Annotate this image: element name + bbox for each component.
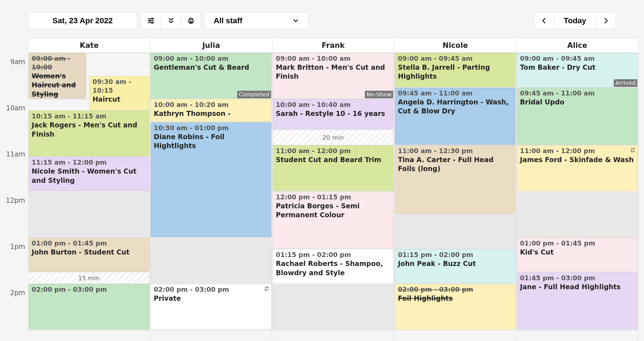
appointment[interactable]: 09:00 am - 09:45 amStella B. Jarrell - P… [395, 53, 515, 87]
next-day-button[interactable] [596, 12, 616, 29]
staff-column[interactable]: 15 min09:00 am - 10:00Women's Haircut an… [28, 53, 150, 341]
column-header[interactable]: Alice [516, 38, 638, 53]
unavailable-block [272, 284, 394, 330]
appointment[interactable]: 10:30 am - 01:00 pmDiane Robins - Foil H… [151, 122, 271, 237]
staff-select-label: All staff [214, 16, 292, 25]
appointment[interactable]: 02:00 pm - 03:00 pmFoil Highlights [395, 284, 515, 330]
recurring-icon [630, 147, 636, 153]
appointment[interactable]: 10:00 am - 10:20 amKathryn Thompson - [151, 99, 271, 122]
today-button[interactable]: Today [554, 12, 596, 29]
expand-button[interactable] [161, 12, 181, 29]
time-label: 1pm [0, 243, 25, 251]
appointment[interactable]: 01:15 pm - 02:00 pmRachael Roberts - Sha… [273, 249, 393, 283]
appointment-title: John Peak - Buzz Cut [398, 260, 476, 268]
appointment[interactable]: 10:15 am - 11:15 amJack Rogers - Men's C… [29, 111, 149, 156]
appointment-time: 02:00 pm - 03:00 pm [398, 285, 512, 294]
appointment-time: 10:30 am - 01:00 pm [154, 124, 268, 132]
date-picker-button[interactable]: Sat, 23 Apr 2022 [28, 12, 137, 29]
appointment[interactable]: 09:00 am - 10:00 amGentleman's Cut & Bea… [151, 53, 271, 99]
appointment-time: 09:00 am - 10:00 am [154, 54, 268, 63]
chevron-left-icon [540, 17, 548, 25]
appointment-title: Foil Highlights [398, 295, 453, 302]
appointment[interactable]: 09:30 am - 10:15Haircut [90, 76, 150, 110]
gap-block: 20 min [273, 130, 393, 145]
unavailable-block [516, 191, 638, 238]
appointment[interactable]: 11:15 am - 12:00 pmNicole Smith - Women'… [29, 157, 149, 191]
appointment[interactable]: 01:45 pm - 03:00 pmJane - Full Head High… [517, 272, 638, 330]
date-nav-group: Today [534, 12, 616, 29]
appointment-title: Private [154, 295, 181, 302]
appointment-time: 02:00 pm - 03:00 pm [154, 285, 268, 294]
appointment-title: Tina A. Carter - Full Head Foils (long) [398, 156, 493, 173]
appointment[interactable]: 09:00 am - 10:00 amMark Britton - Men's … [273, 53, 393, 99]
unavailable-block [394, 215, 516, 249]
time-label: 2pm [0, 289, 25, 297]
appointment[interactable]: 09:00 am - 10:00Women's Haircut and Styl… [29, 53, 86, 99]
time-label: 11am [0, 150, 25, 158]
appointment[interactable]: 01:00 pm - 01:45 pmKid's Cut [517, 238, 638, 272]
appointment[interactable]: 10:00 am - 10:40 amSarah - Restyle 10 - … [273, 99, 393, 129]
appointment-time: 09:00 am - 09:45 am [398, 54, 512, 63]
appointment[interactable]: 12:00 pm - 01:15 pmPatricia Borges - Sem… [273, 191, 393, 249]
appointment[interactable]: 11:00 am - 12:00 pmStudent Cut and Beard… [273, 145, 393, 191]
appointment-title: James Ford - Skinfade & Wash [520, 156, 634, 164]
calendar-header: KateJuliaFrankNicoleAlice [28, 38, 638, 53]
staff-column[interactable]: 09:00 am - 09:45 amStella B. Jarrell - P… [394, 53, 516, 341]
appointment[interactable]: 09:45 am - 11:00 amBridal Updo [517, 88, 638, 145]
recurring-icon [264, 286, 269, 291]
appointment-time: 10:00 am - 10:40 am [276, 101, 390, 109]
staff-column[interactable]: 09:00 am - 09:45 amTom Baker - Dry CutAr… [516, 53, 638, 341]
appointment-time: 09:00 am - 10:00 am [276, 54, 390, 63]
appointment-time: 11:00 am - 12:00 pm [520, 147, 634, 155]
column-header[interactable]: Kate [28, 38, 150, 53]
appointment[interactable]: 01:15 pm - 02:00 pmJohn Peak - Buzz Cut [395, 249, 515, 283]
appointment-time: 09:00 am - 10:00 [32, 54, 83, 72]
appointment[interactable]: 02:00 pm - 03:00 pmPrivate [151, 284, 271, 330]
status-badge: No-Show [365, 91, 393, 98]
time-label: 10am [0, 104, 25, 112]
staff-select[interactable]: All staff [204, 12, 309, 29]
appointment-time: 02:00 pm - 03:00 pm [32, 285, 146, 294]
appointment[interactable]: 02:00 pm - 03:00 pm [29, 284, 149, 330]
unavailable-block [28, 191, 150, 238]
gap-block: 15 min [29, 272, 149, 284]
appointment[interactable]: 01:00 pm - 01:45 pmJohn Burton - Student… [29, 238, 149, 272]
appointment-title: Jane - Full Head Highlights [520, 283, 620, 291]
chevrons-down-icon [167, 17, 175, 25]
column-header[interactable]: Julia [150, 38, 272, 53]
appointment-title: Jack Rogers - Men's Cut and Finish [32, 121, 137, 138]
column-header[interactable]: Frank [272, 38, 395, 53]
time-label: 9am [0, 58, 25, 66]
unavailable-block [150, 238, 272, 284]
appointment[interactable]: 11:00 am - 12:30 pmTina A. Carter - Full… [395, 145, 515, 214]
print-button[interactable] [181, 12, 201, 29]
appointment-time: 09:30 am - 10:15 [93, 78, 146, 95]
calendar-grid[interactable]: 15 min09:00 am - 10:00Women's Haircut an… [28, 53, 638, 341]
appointment-time: 11:00 am - 12:00 pm [276, 147, 390, 155]
appointment-title: Mark Britton - Men's Cut and Finish [276, 64, 385, 80]
sliders-icon [147, 17, 155, 25]
appointment-title: Sarah - Restyle 10 - 16 years [276, 110, 385, 118]
chevron-down-icon [292, 17, 299, 24]
appointment[interactable]: 09:00 am - 09:45 amTom Baker - Dry CutAr… [517, 53, 638, 87]
appointment-title: Rachael Roberts - Shampoo, Blowdry and S… [276, 260, 383, 277]
appointment[interactable]: 11:00 am - 12:00 pmJames Ford - Skinfade… [517, 145, 638, 191]
appointment-title: Student Cut and Beard Trim [276, 156, 381, 164]
staff-column[interactable]: 09:00 am - 10:00 amGentleman's Cut & Bea… [150, 53, 272, 341]
appointment-time: 10:15 am - 11:15 am [32, 112, 146, 121]
appointment-time: 11:15 am - 12:00 pm [32, 158, 146, 167]
status-badge: Completed [237, 91, 271, 98]
view-actions-group [141, 12, 201, 29]
appointment-title: John Burton - Student Cut [32, 248, 129, 256]
appointment-time: 01:00 pm - 01:45 pm [32, 239, 146, 248]
staff-column[interactable]: 20 min09:00 am - 10:00 amMark Britton - … [272, 53, 394, 341]
column-header[interactable]: Nicole [394, 38, 516, 53]
filters-button[interactable] [141, 12, 161, 29]
prev-day-button[interactable] [534, 12, 554, 29]
appointment-title: Women's Haircut and Styling [32, 72, 76, 98]
appointment-title: Angela D. Harrington - Wash, Cut & Blow … [398, 98, 509, 115]
time-label: 12pm [0, 197, 25, 204]
appointment[interactable]: 09:45 am - 11:00 amAngela D. Harrington … [395, 88, 515, 145]
appointment-time: 09:00 am - 09:45 am [520, 54, 634, 63]
appointment-title: Gentleman's Cut & Beard [154, 64, 249, 71]
